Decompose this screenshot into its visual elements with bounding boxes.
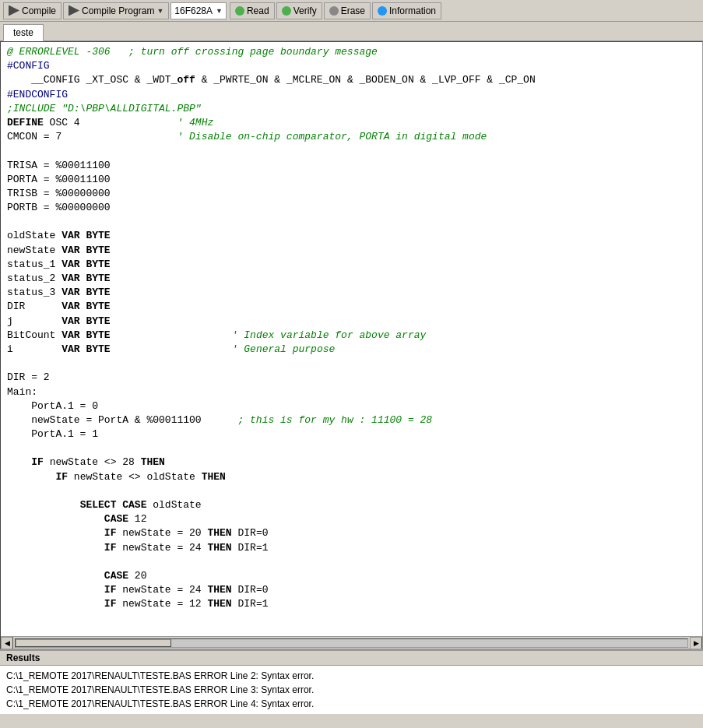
- compile-program-button[interactable]: Compile Program ▼: [63, 2, 169, 19]
- verify-button[interactable]: Verify: [276, 2, 322, 19]
- compile-program-label: Compile Program: [82, 5, 154, 16]
- scroll-left-button[interactable]: ◀: [1, 637, 13, 649]
- compile-button[interactable]: Compile: [3, 2, 62, 19]
- tabs-bar: teste: [0, 22, 703, 41]
- information-button[interactable]: Information: [372, 2, 441, 19]
- scroll-track[interactable]: [15, 638, 688, 648]
- action-group: Read Verify Erase Information: [230, 2, 441, 19]
- compile-label: Compile: [22, 5, 56, 16]
- scroll-right-button[interactable]: ▶: [690, 637, 702, 649]
- horizontal-scrollbar[interactable]: ◀ ▶: [1, 636, 702, 649]
- tab-label: teste: [13, 27, 33, 38]
- erase-icon: [329, 6, 339, 16]
- toolbar: Compile Compile Program ▼ 16F628A ▼ Read…: [0, 0, 703, 22]
- result-line-3: C:\1_REMOTE 2017\RENAULT\TESTE.BAS ERROR…: [6, 697, 697, 711]
- chip-arrow[interactable]: ▼: [216, 7, 223, 15]
- results-panel: Results C:\1_REMOTE 2017\RENAULT\TESTE.B…: [0, 649, 703, 714]
- read-button[interactable]: Read: [230, 2, 275, 19]
- read-label: Read: [247, 5, 269, 16]
- scroll-thumb[interactable]: [16, 639, 171, 647]
- compile-program-arrow[interactable]: ▼: [156, 7, 163, 15]
- tab-teste[interactable]: teste: [3, 24, 44, 41]
- information-icon: [378, 6, 387, 16]
- main-area: @ ERRORLEVEL -306 ; turn off crossing pa…: [0, 41, 703, 727]
- editor-container: @ ERRORLEVEL -306 ; turn off crossing pa…: [0, 41, 703, 649]
- read-icon: [235, 6, 244, 16]
- verify-label: Verify: [294, 5, 317, 16]
- result-line-1: C:\1_REMOTE 2017\RENAULT\TESTE.BAS ERROR…: [6, 669, 697, 683]
- results-content: C:\1_REMOTE 2017\RENAULT\TESTE.BAS ERROR…: [0, 666, 703, 714]
- erase-button[interactable]: Erase: [324, 2, 371, 19]
- editor-scroll[interactable]: @ ERRORLEVEL -306 ; turn off crossing pa…: [1, 42, 702, 636]
- compile-group: Compile Compile Program ▼ 16F628A ▼: [3, 2, 227, 19]
- chip-selector[interactable]: 16F628A ▼: [170, 2, 227, 19]
- results-title: Results: [6, 652, 40, 663]
- chip-value: 16F628A: [174, 5, 213, 16]
- result-line-2: C:\1_REMOTE 2017\RENAULT\TESTE.BAS ERROR…: [6, 683, 697, 697]
- compile-program-icon: [69, 5, 79, 16]
- erase-label: Erase: [341, 5, 365, 16]
- information-label: Information: [389, 5, 436, 16]
- results-header: Results: [0, 651, 703, 666]
- verify-icon: [282, 6, 291, 16]
- compile-icon: [9, 5, 19, 16]
- editor-content: @ ERRORLEVEL -306 ; turn off crossing pa…: [1, 42, 702, 615]
